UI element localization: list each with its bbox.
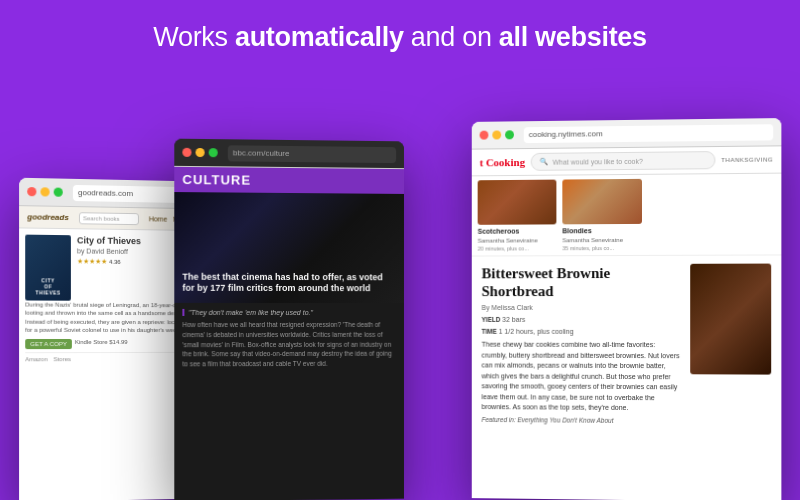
traffic-light-red bbox=[27, 187, 36, 196]
cooking-side-image bbox=[690, 264, 771, 375]
goodreads-search[interactable]: Search books bbox=[79, 212, 139, 225]
cooking-yield: YIELD 32 bars bbox=[482, 316, 683, 323]
cooking-card-scotcheroos: Scotcheroos Samantha Seneviratne 20 minu… bbox=[478, 180, 557, 252]
cooking-yield-label: YIELD bbox=[482, 316, 501, 323]
culture-tl-red bbox=[182, 148, 191, 157]
culture-article-body: "They don't make 'em like they used to."… bbox=[174, 303, 404, 375]
cooking-description: These chewy bar cookies combine two all-… bbox=[482, 340, 683, 414]
cooking-yield-value: 32 bars bbox=[502, 316, 525, 323]
culture-tl-yellow bbox=[196, 148, 205, 157]
cooking-tl-yellow bbox=[492, 130, 501, 139]
culture-address-bar[interactable]: bbc.com/culture bbox=[228, 145, 396, 163]
cooking-article: Bittersweet Brownie Shortbread By Meliss… bbox=[482, 264, 683, 424]
cooking-chrome: cooking.nytimes.com bbox=[472, 118, 782, 150]
cooking-card-blondies: Blondies Samantha Seneviratne 35 minutes… bbox=[562, 179, 642, 252]
goodreads-cover-text: CITYOFTHIEVES bbox=[28, 277, 68, 295]
cooking-nav: t Cooking 🔍 What would you like to cook?… bbox=[472, 146, 782, 176]
header-text-before: Works bbox=[153, 22, 235, 52]
cooking-blondies-author: Samantha Seneviratne bbox=[562, 237, 642, 243]
cooking-scotcheroos-author: Samantha Seneviratne bbox=[478, 238, 557, 244]
goodreads-search-placeholder: Search books bbox=[83, 215, 120, 222]
cooking-main-content: Bittersweet Brownie Shortbread By Meliss… bbox=[472, 256, 782, 433]
culture-url: bbc.com/culture bbox=[233, 148, 290, 158]
culture-tl-green bbox=[209, 148, 218, 157]
goodreads-logo: goodreads bbox=[27, 212, 69, 222]
screenshots-container: goodreads.com goodreads Search books Hom… bbox=[0, 80, 800, 500]
cooking-search-placeholder: What would you like to cook? bbox=[553, 157, 643, 165]
cooking-tl-green bbox=[505, 130, 514, 139]
cooking-scotcheroos-image bbox=[478, 180, 557, 225]
cooking-search[interactable]: 🔍 What would you like to cook? bbox=[531, 151, 715, 171]
cooking-window: cooking.nytimes.com t Cooking 🔍 What wou… bbox=[472, 118, 782, 500]
culture-content: CULTURE The best that cinema has had to … bbox=[174, 167, 404, 500]
culture-body-text: How often have we all heard that resigne… bbox=[182, 320, 396, 369]
header-bold-1: automatically bbox=[235, 22, 404, 52]
culture-label: CULTURE bbox=[182, 172, 251, 188]
cooking-address-bar[interactable]: cooking.nytimes.com bbox=[524, 124, 773, 143]
traffic-light-yellow bbox=[40, 187, 49, 196]
goodreads-get-copy[interactable]: GET A COPY bbox=[25, 339, 72, 349]
cooking-cards-row: Scotcheroos Samantha Seneviratne 20 minu… bbox=[472, 174, 782, 257]
cooking-time: TIME 1 1/2 hours, plus cooling bbox=[482, 328, 683, 335]
cooking-by-line: By Melissa Clark bbox=[482, 304, 683, 311]
cooking-time-label: TIME bbox=[482, 328, 497, 335]
goodreads-stores[interactable]: Stores bbox=[53, 356, 71, 362]
goodreads-book-cover: CITYOFTHIEVES bbox=[25, 235, 71, 301]
page-header: Works automatically and on all websites bbox=[0, 0, 800, 69]
goodreads-url: goodreads.com bbox=[78, 188, 133, 198]
cooking-logo-text: Cooking bbox=[486, 156, 525, 168]
culture-header-bar: CULTURE bbox=[174, 167, 404, 194]
cooking-tl-red bbox=[480, 131, 489, 140]
culture-hero-title: The best that cinema has had to offer, a… bbox=[182, 271, 396, 295]
cooking-blondies-title: Blondies bbox=[562, 227, 642, 236]
cooking-scotcheroos-meta: 20 minutes, plus co... bbox=[478, 246, 557, 252]
cooking-logo: t Cooking bbox=[480, 156, 525, 168]
cooking-scotcheroos-title: Scotcheroos bbox=[478, 227, 557, 236]
goodreads-kindle-price: Kindle Store $14.99 bbox=[75, 339, 128, 349]
cooking-blondies-meta: 35 minutes, plus co... bbox=[562, 245, 642, 251]
goodreads-amazon[interactable]: Amazon bbox=[25, 356, 47, 362]
goodreads-rating: 4.36 bbox=[109, 259, 121, 265]
cooking-time-value: 1 1/2 hours, plus cooling bbox=[499, 328, 574, 335]
cooking-featured: Featured in: Everything You Don't Know A… bbox=[482, 416, 683, 424]
cooking-thanksgiving: THANKSGIVING bbox=[721, 157, 773, 164]
cooking-content: t Cooking 🔍 What would you like to cook?… bbox=[472, 146, 782, 500]
culture-hero: The best that cinema has had to offer, a… bbox=[174, 192, 404, 303]
header-text-middle: and on bbox=[404, 22, 499, 52]
cooking-blondies-image bbox=[562, 179, 642, 224]
cooking-main-title: Bittersweet Brownie Shortbread bbox=[482, 264, 683, 300]
culture-chrome: bbc.com/culture bbox=[174, 139, 404, 169]
goodreads-nav-home[interactable]: Home bbox=[149, 215, 167, 222]
culture-window: bbc.com/culture CULTURE The best that ci… bbox=[174, 139, 404, 500]
culture-quote: "They don't make 'em like they used to." bbox=[182, 309, 396, 316]
traffic-light-green bbox=[54, 188, 63, 197]
cooking-url: cooking.nytimes.com bbox=[529, 129, 603, 139]
header-bold-2: all websites bbox=[499, 22, 647, 52]
